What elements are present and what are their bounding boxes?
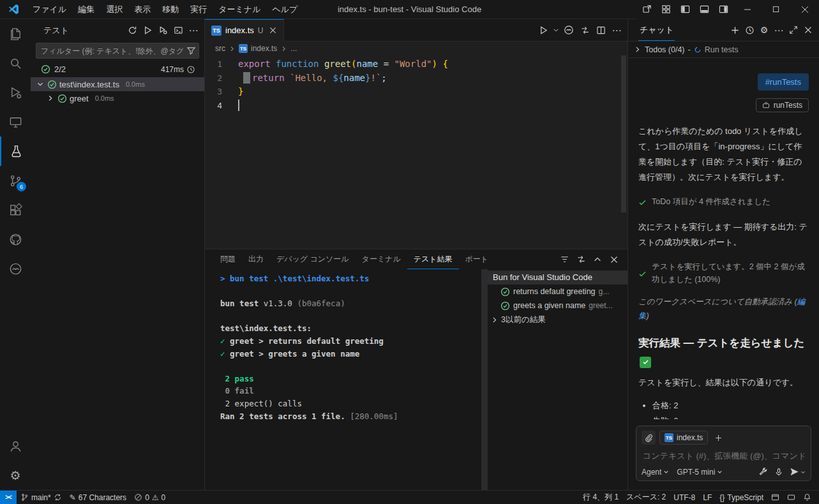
attach-context-icon[interactable]: [642, 431, 656, 445]
menu-item-7[interactable]: ヘルプ: [266, 0, 303, 19]
cursor-position-item[interactable]: 行 4、列 1: [579, 491, 622, 504]
test-result-item[interactable]: returns default greetingg...: [488, 285, 627, 299]
settings-gear-icon[interactable]: ⚙: [0, 461, 31, 490]
menu-item-1[interactable]: 編集: [72, 0, 100, 19]
filter-icon[interactable]: [186, 46, 196, 56]
run-all-tests-icon[interactable]: [140, 24, 154, 38]
menu-item-4[interactable]: 移動: [156, 0, 184, 19]
close-chat-icon[interactable]: [801, 23, 815, 37]
context-file-chip[interactable]: TS index.ts: [659, 431, 708, 445]
maximize-panel-icon[interactable]: [590, 253, 605, 267]
close-tab-icon[interactable]: [267, 25, 278, 36]
more-actions-icon[interactable]: ⋯: [186, 24, 200, 38]
code-lines: 1export function greet(name = "World") {…: [205, 57, 627, 112]
tab-index-ts[interactable]: TS index.ts U: [205, 19, 284, 41]
git-branch-item[interactable]: main*: [17, 491, 66, 504]
customize-layout-icon[interactable]: [656, 0, 675, 19]
eol-item[interactable]: LF: [699, 491, 716, 504]
expand-chat-icon[interactable]: [786, 23, 800, 37]
screencast-icon[interactable]: [783, 491, 799, 504]
menu-item-0[interactable]: ファイル: [27, 0, 72, 19]
remote-indicator[interactable]: ><: [0, 491, 17, 504]
account-icon[interactable]: [0, 431, 31, 461]
indentation-item[interactable]: スペース: 2: [622, 491, 670, 504]
panel-tab-2[interactable]: デバッグ コンソール: [270, 250, 356, 269]
panel-tab-5[interactable]: ポート: [459, 250, 495, 269]
toggle-panel-icon[interactable]: [695, 0, 714, 19]
menu-item-3[interactable]: 表示: [128, 0, 156, 19]
minimize-button[interactable]: [733, 0, 762, 19]
chat-title[interactable]: チャット: [638, 19, 675, 41]
history-icon[interactable]: [186, 65, 195, 74]
new-chat-icon[interactable]: [728, 23, 742, 37]
tools-icon[interactable]: [758, 467, 768, 477]
panel-scrollbar[interactable]: [481, 269, 487, 490]
test-run-header[interactable]: Bun for Visual Studio Code: [488, 271, 627, 285]
chat-input-placeholder[interactable]: コンテキスト (#)、拡張機能 (@)、コマンド: [643, 450, 804, 462]
model-picker[interactable]: GPT-5 mini: [677, 468, 723, 477]
chat-settings-gear-icon[interactable]: ⚙: [757, 23, 771, 37]
add-context-icon[interactable]: [712, 431, 725, 444]
character-count-item[interactable]: ✎ 67 Characters: [66, 491, 130, 504]
menu-item-6[interactable]: ターミナル: [213, 0, 266, 19]
github-icon[interactable]: [0, 225, 31, 254]
output-filter-icon[interactable]: [557, 253, 571, 267]
test-result-item[interactable]: greets a given namegreet...: [488, 299, 627, 313]
browser-preview-icon[interactable]: [767, 491, 783, 504]
menu-item-2[interactable]: 選択: [100, 0, 128, 19]
open-changes-icon[interactable]: [578, 23, 592, 37]
close-window-button[interactable]: [790, 0, 819, 19]
toggle-primary-sidebar-icon[interactable]: [675, 0, 695, 19]
test-results-output[interactable]: > bun test .\test\index.test.ts bun test…: [205, 269, 481, 490]
source-control-icon[interactable]: 6: [0, 166, 31, 195]
copilot-edit-icon[interactable]: [562, 23, 576, 37]
panel-tab-0[interactable]: 問題: [214, 250, 242, 269]
chat-history-icon[interactable]: [742, 23, 756, 37]
send-button[interactable]: [790, 467, 806, 477]
split-editor-icon[interactable]: [594, 23, 608, 37]
chevron-right-icon[interactable]: [46, 94, 55, 103]
extensions-icon[interactable]: [0, 195, 31, 225]
copilot-icon[interactable]: [0, 254, 31, 283]
test-tree-item[interactable]: test\index.test.ts0.0ms: [31, 77, 204, 91]
todos-row[interactable]: Todos (0/4) - Run tests: [628, 41, 819, 58]
refresh-tests-icon[interactable]: [125, 24, 139, 38]
toggle-secondary-sidebar-icon[interactable]: [714, 0, 733, 19]
panel-tab-4[interactable]: テスト結果: [407, 250, 459, 269]
tool-invocation-badge[interactable]: runTests: [756, 98, 809, 112]
agent-mode-picker[interactable]: Agent: [642, 468, 669, 477]
encoding-item[interactable]: UTF-8: [670, 491, 699, 504]
panel-tab-1[interactable]: 出力: [242, 250, 270, 269]
voice-input-icon[interactable]: [774, 468, 783, 477]
close-panel-icon[interactable]: [607, 253, 621, 267]
chevron-down-icon[interactable]: [36, 80, 45, 89]
testing-icon[interactable]: [0, 137, 31, 166]
chat-input-box[interactable]: TS index.ts コンテキスト (#)、拡張機能 (@)、コマンド Age…: [636, 426, 811, 481]
older-results-row[interactable]: 3以前の結果: [488, 313, 627, 327]
problems-item[interactable]: 0 ⚠ 0: [130, 491, 169, 504]
breadcrumb-folder[interactable]: src: [215, 44, 225, 53]
run-file-icon[interactable]: [536, 23, 550, 37]
search-icon[interactable]: [0, 48, 31, 78]
run-dropdown-icon[interactable]: [552, 23, 560, 37]
test-tree-item[interactable]: greet0.0ms: [31, 91, 204, 105]
breadcrumb-symbol[interactable]: ...: [290, 44, 297, 53]
explorer-icon[interactable]: [0, 19, 31, 48]
code-editor[interactable]: 1export function greet(name = "World") {…: [205, 56, 627, 249]
remote-explorer-icon[interactable]: [0, 107, 31, 137]
swap-view-icon[interactable]: [574, 253, 588, 267]
notifications-bell-icon[interactable]: [799, 491, 815, 504]
test-filter-input[interactable]: [36, 43, 199, 59]
language-mode-item[interactable]: {} TypeScript: [716, 491, 767, 504]
editor-scrollbar[interactable]: [621, 56, 626, 212]
more-actions-icon[interactable]: ⋯: [772, 23, 786, 37]
show-test-output-icon[interactable]: [171, 24, 185, 38]
more-actions-icon[interactable]: ⋯: [610, 23, 624, 37]
breadcrumb-file[interactable]: index.ts: [251, 44, 277, 53]
menu-item-5[interactable]: 実行: [184, 0, 213, 19]
command-center-icon[interactable]: [637, 0, 656, 19]
maximize-button[interactable]: [762, 0, 790, 19]
debug-tests-icon[interactable]: [156, 24, 170, 38]
panel-tab-3[interactable]: ターミナル: [356, 250, 407, 269]
run-debug-icon[interactable]: [0, 78, 31, 107]
